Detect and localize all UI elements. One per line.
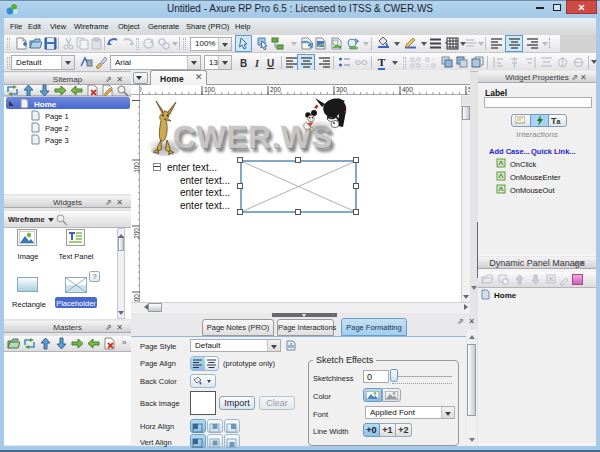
svg-text:200: 200	[270, 86, 281, 93]
svg-text:100: 100	[133, 162, 140, 173]
svg-text:400: 400	[402, 86, 413, 93]
svg-text:200: 200	[133, 228, 140, 239]
svg-text:300: 300	[336, 86, 347, 93]
svg-text:100: 100	[204, 86, 215, 93]
svg-text:0: 0	[140, 86, 142, 93]
svg-text:300: 300	[133, 294, 140, 302]
